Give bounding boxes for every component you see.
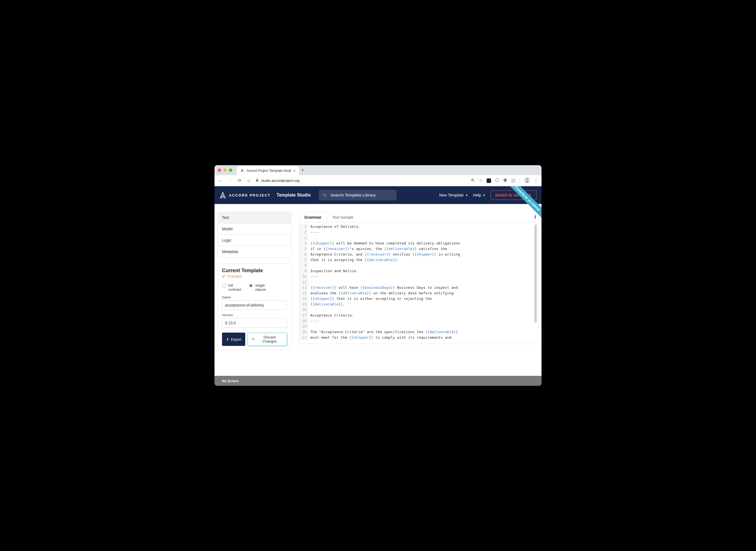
code-line[interactable]: 10---- <box>299 274 538 280</box>
extension-icon[interactable] <box>487 178 491 183</box>
search-input[interactable] <box>331 193 393 197</box>
radio-single-clause[interactable]: singleclause <box>249 283 266 292</box>
radio-full-contract[interactable]: fullcontract <box>222 283 241 292</box>
new-tab-button[interactable]: + <box>301 167 304 173</box>
template-type-radio-group: fullcontract singleclause <box>222 283 287 292</box>
code-line[interactable]: 7that it is accepting the {{deliverable}… <box>299 257 538 263</box>
url-host: studio.accordproject.org <box>261 178 299 183</box>
scrollbar[interactable] <box>535 224 537 340</box>
code-line[interactable]: 1Acceptance of Delivery. <box>299 224 538 229</box>
line-number: 19 <box>299 324 308 329</box>
chevron-down-icon: ▼ <box>465 194 468 197</box>
line-number: 7 <box>299 257 308 263</box>
info-icon[interactable]: i <box>535 214 536 220</box>
line-number: 20 <box>299 329 308 335</box>
scrollbar-thumb[interactable] <box>535 224 537 323</box>
back-button[interactable]: ← <box>218 178 223 183</box>
sidebar: Text Model Logic Metadata Current Templa… <box>218 212 291 368</box>
help-label: Help <box>473 193 481 197</box>
code-line[interactable]: 15{{deliverable}}. <box>299 302 538 307</box>
chevron-down-icon: ▼ <box>483 194 486 197</box>
code-text <box>308 307 310 313</box>
name-input[interactable] <box>222 301 287 310</box>
svg-point-5 <box>504 178 507 182</box>
code-text <box>308 280 310 285</box>
code-text: ---- <box>308 318 319 324</box>
code-line[interactable]: 11 <box>299 280 538 285</box>
menu-icon[interactable]: ⋮ <box>534 178 538 183</box>
tab-grammar[interactable]: Grammar <box>299 212 327 222</box>
current-template-panel: Current Template Changed fullcontract si… <box>218 263 291 350</box>
export-button[interactable]: Export <box>222 333 245 346</box>
sidebar-tab-text[interactable]: Text <box>218 212 291 223</box>
line-number: 10 <box>299 274 308 280</box>
code-line[interactable]: 8 <box>299 263 538 268</box>
code-editor[interactable]: 1Acceptance of Delivery.2----34{{shipper… <box>299 222 538 344</box>
code-text: Acceptance Criteria, and {{receiver}} no… <box>308 252 460 257</box>
code-line[interactable]: 20The "Acceptance Criteria" are the spec… <box>299 329 538 335</box>
app-header: ACCORD PROJECT Template Studio New Templ… <box>214 186 542 204</box>
download-icon <box>226 338 229 341</box>
sidebar-tab-metadata[interactable]: Metadata <box>218 246 291 257</box>
address-bar[interactable]: studio.accordproject.org <box>255 178 467 183</box>
line-number: 5 <box>299 246 308 252</box>
browser-toolbar: ← → ⟳ ⌂ studio.accordproject.org ☆ | ⋮ <box>214 175 542 186</box>
code-line[interactable]: 18---- <box>299 318 538 324</box>
profile-icon[interactable] <box>524 177 530 184</box>
browser-tab[interactable]: A Accord Project Template Studi × <box>237 166 299 175</box>
extension-dot-icon[interactable] <box>503 178 507 183</box>
close-tab-icon[interactable]: × <box>293 168 296 173</box>
code-line[interactable]: 6Acceptance Criteria, and {{receiver}} n… <box>299 252 538 257</box>
version-label: Version <box>222 313 287 317</box>
forward-button[interactable]: → <box>227 178 233 183</box>
svg-line-1 <box>473 181 474 181</box>
code-line[interactable]: 12{{receiver}} will have {{businessDays}… <box>299 285 538 291</box>
reload-button[interactable]: ⟳ <box>237 178 242 183</box>
tab-title: Accord Project Template Studi <box>247 169 291 173</box>
code-line[interactable]: 2---- <box>299 229 538 235</box>
home-button[interactable]: ⌂ <box>246 178 252 183</box>
code-line[interactable]: 4{{shipper}} will be deemed to have comp… <box>299 240 538 246</box>
maximize-window-button[interactable] <box>229 168 232 172</box>
line-number: 18 <box>299 318 308 324</box>
tab-test-sample[interactable]: Test Sample <box>327 212 358 222</box>
app-name: Template Studio <box>276 193 311 197</box>
code-line[interactable]: 14{{shipper}} that it is either acceptin… <box>299 296 538 302</box>
changed-label: Changed <box>227 274 242 278</box>
version-input[interactable] <box>222 318 287 328</box>
code-line[interactable]: 17Acceptance Criteria. <box>299 313 538 318</box>
extension-square-icon[interactable] <box>511 178 516 183</box>
line-number: 6 <box>299 252 308 257</box>
close-window-button[interactable] <box>218 168 221 172</box>
code-line[interactable]: 3 <box>299 235 538 240</box>
extension-circle-icon[interactable] <box>495 178 499 183</box>
code-line[interactable]: 5if in {{receiver}}'s opinion, the {{del… <box>299 246 538 252</box>
sidebar-tab-logic[interactable]: Logic <box>218 235 291 246</box>
brand-logo[interactable]: ACCORD PROJECT <box>219 192 270 198</box>
search-icon <box>323 193 327 197</box>
edit-icon <box>222 274 225 278</box>
code-text <box>308 235 310 240</box>
main-content: Text Model Logic Metadata Current Templa… <box>214 204 542 376</box>
line-number: 8 <box>299 263 308 268</box>
code-line[interactable]: 13evaluate the {{deliverable}} on the de… <box>299 291 538 296</box>
sidebar-tab-model[interactable]: Model <box>218 223 291 235</box>
brand-text: ACCORD PROJECT <box>229 193 270 197</box>
code-line[interactable]: 19 <box>299 324 538 329</box>
star-icon[interactable]: ☆ <box>479 178 483 183</box>
code-text: {{receiver}} will have {{businessDays}} … <box>308 285 458 291</box>
search-box[interactable] <box>319 190 397 200</box>
help-menu[interactable]: Help ▼ <box>473 193 486 197</box>
discard-button[interactable]: Discard Changes <box>247 333 287 346</box>
zoom-icon[interactable] <box>471 178 475 183</box>
code-line[interactable]: 9Inspection and Notice. <box>299 268 538 274</box>
minimize-window-button[interactable] <box>223 168 227 172</box>
code-line[interactable]: 16 <box>299 307 538 313</box>
svg-point-7 <box>527 179 528 180</box>
accord-logo-icon <box>219 192 226 198</box>
line-number: 16 <box>299 307 308 313</box>
discard-label: Discard Changes <box>256 335 283 344</box>
code-line[interactable]: 21must meet for the {{shipper}} to compl… <box>299 335 538 340</box>
new-template-menu[interactable]: New Template ▼ <box>439 193 468 197</box>
line-number: 1 <box>299 224 308 229</box>
